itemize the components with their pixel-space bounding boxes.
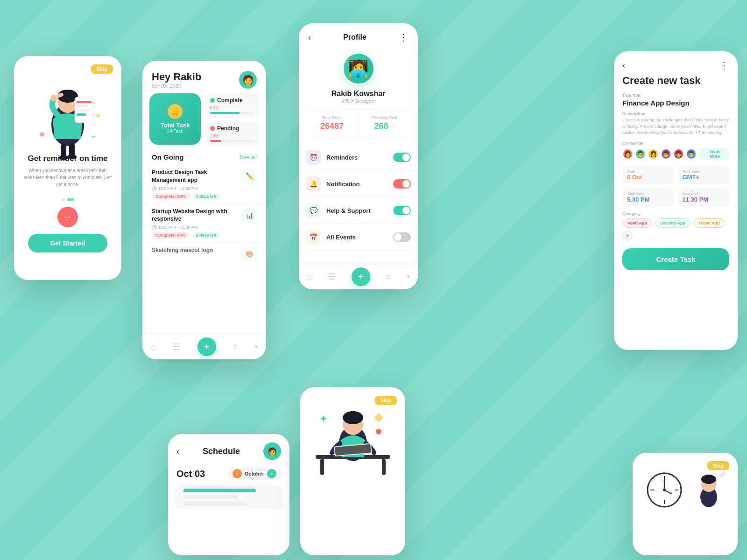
skip-button-2[interactable]: Skip [375,396,397,405]
dashboard-date: Oct 03, 2020 [152,83,201,89]
task-1-complete-badge: Complete: 80% [152,193,190,200]
next-arrow-button[interactable]: → [57,207,78,227]
notification-toggle[interactable] [393,179,411,189]
invite-more-button[interactable]: Invite More [700,148,729,160]
dashboard-bottom-nav: ⌂ ☰ + ≡ • [142,334,266,359]
pagination-dots [14,198,121,201]
svg-point-15 [96,114,100,118]
help-support-icon: 💬 [306,203,321,218]
clock-icon: 🕐 [152,186,157,191]
reminder-desc: When you encounter a small task that tak… [23,167,112,188]
chip-food-app[interactable]: Food App [622,218,652,228]
task-end-value: 11.30 PM [683,196,725,203]
skip-button[interactable]: Skip [91,64,113,74]
task-2-complete-badge: Complete: 80% [152,232,190,238]
create-task-header: ‹ ⋮ [614,51,738,75]
reminder-title: Get reminder on time [23,154,112,163]
coworker-avatar-2: 👨 [635,148,646,160]
nav-more-icon[interactable]: • [255,342,258,352]
help-support-label: Help & Support [326,207,393,214]
dashboard-avatar[interactable]: 🧑 [239,71,257,89]
complete-progress-fill [210,112,240,114]
setting-help-support[interactable]: 💬 Help & Support [306,197,411,224]
dot-1 [62,198,65,201]
all-events-toggle[interactable] [393,232,411,242]
dashboard-header: Hey Rakib Oct 03, 2020 🧑 [142,61,266,93]
task-done-value: 26487 [306,121,358,131]
schedule-avatar[interactable]: 🧑 [263,442,281,460]
skip-button-3[interactable]: Skip [707,461,729,470]
card-create-task: ‹ ⋮ Create new task Task Title Finance A… [614,51,738,350]
task-item-3-name: Sketching mascot logo [152,246,242,254]
create-more-button[interactable]: ⋮ [719,60,729,71]
card-clock: Skip [633,453,738,555]
task-item-1-name: Product Design Task Management app [152,168,242,184]
chip-grocery-app[interactable]: Grocery App [655,218,691,228]
task-item-2-icon: 📊 [242,208,257,223]
schedule-back-button[interactable]: ‹ [176,447,179,456]
all-events-label: All Events [326,234,393,241]
setting-reminders[interactable]: ⏰ Reminders [306,144,411,171]
reminders-toggle[interactable] [393,153,411,162]
date-value: 6 Oct [627,174,669,181]
task-title-label: Task Title [622,93,729,98]
profile-back-button[interactable]: ‹ [308,33,311,42]
chip-add-button[interactable]: + [622,231,633,241]
profile-header: ‹ Profile ⋮ [299,23,418,48]
help-support-toggle[interactable] [393,206,411,215]
ongoing-label: On Going [152,153,183,161]
svg-rect-13 [77,113,86,116]
setting-all-events[interactable]: 📅 All Events [306,224,411,251]
svg-rect-18 [382,459,386,475]
clock-icon-2: 🕐 [152,225,157,230]
see-all-button[interactable]: See all [240,154,257,161]
task-1-days-badge: 3 days left [192,193,220,200]
coworker-avatar-1: 👩 [622,148,633,160]
fab-add-button[interactable]: + [197,337,216,356]
profile-fab-button[interactable]: + [352,267,370,286]
task-boxes: 🪙 Total Task 24 Task Complete 66% Pendin… [142,93,266,151]
task-item-3: Sketching mascot logo 🎨 [142,243,266,267]
nav-home-icon[interactable]: ⌂ [151,342,156,352]
description-label: Description [622,112,729,116]
profile-bottom-nav: ⌂ ☰ + ≡ • [299,264,418,289]
svg-rect-10 [77,101,92,103]
month-prev-button[interactable]: ‹ [233,469,242,478]
create-back-button[interactable]: ‹ [622,61,625,70]
profile-title: Profile [343,33,366,42]
nav-list-icon[interactable]: ≡ [233,342,238,352]
profile-nav-list[interactable]: ≡ [386,272,391,282]
month-name: October [245,471,264,476]
task-2-days-badge: 2 days left [192,232,220,238]
create-task-button[interactable]: Create Task [622,248,729,270]
month-next-button[interactable]: › [267,469,276,478]
task-side-boxes: Complete 66% Pending 24% [205,93,259,146]
chip-travel-app[interactable]: Travel App [693,218,725,228]
ongoing-section-header: On Going See all [142,151,266,165]
dot-2 [67,198,74,201]
profile-more-button[interactable]: ⋮ [399,32,409,43]
pending-pct: 24% [210,133,254,139]
nav-filter-icon[interactable]: ☰ [173,342,180,352]
card-profile: ‹ Profile ⋮ 🧑‍💻 Rakib Kowshar UI/UX Desi… [299,23,418,289]
get-started-button[interactable]: Get Started [28,234,107,252]
all-events-icon: 📅 [306,230,321,245]
profile-nav-dot[interactable]: • [407,272,410,282]
task-start-label: Task Start [627,192,669,196]
coworker-label: Co-Worker [622,141,729,146]
profile-nav-home[interactable]: ⌂ [307,272,312,282]
svg-rect-12 [77,109,90,112]
setting-notification[interactable]: 🔔 Notification [306,171,411,197]
complete-dot [210,98,215,103]
task-item-1-icon: ✏️ [242,168,257,183]
svg-point-36 [717,477,719,480]
pending-progress-bar [210,140,254,142]
profile-nav-filter[interactable]: ☰ [328,272,335,282]
task-start-value: 5.30 PM [627,196,669,203]
pending-task-arrow: → [390,123,395,130]
complete-mini-box: Complete 66% [205,93,259,118]
task-end-cell: Task End 11.30 PM [678,188,730,207]
svg-rect-17 [320,459,324,475]
schedule-date: Oct 03 [176,469,205,479]
total-task-box: 🪙 Total Task 24 Task [149,93,201,145]
